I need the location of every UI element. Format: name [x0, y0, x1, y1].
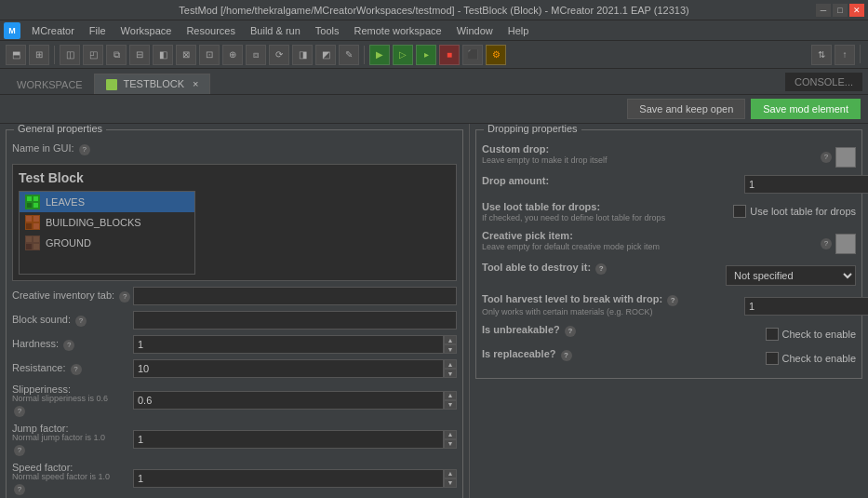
tool-harvest-help-icon[interactable]: ? [667, 295, 678, 306]
menu-window[interactable]: Window [449, 23, 501, 38]
general-properties-title: General properties [14, 124, 106, 134]
minimize-button[interactable]: ─ [816, 4, 831, 17]
creative-pick-row: Creative pick item: Leave empty for defa… [482, 230, 856, 254]
toolbar-btn-17[interactable]: ⚙ [486, 45, 506, 65]
leaves-icon [25, 195, 40, 209]
unbreakable-checkbox[interactable] [766, 328, 779, 341]
toolbar-up-btn[interactable]: ↑ [835, 45, 855, 65]
jump-factor-input[interactable] [133, 430, 444, 449]
menu-remote-workspace[interactable]: Remote workspace [346, 23, 448, 38]
svg-rect-2 [33, 196, 38, 201]
speed-factor-up-btn[interactable]: ▲ [444, 469, 457, 478]
toolbar-btn-15[interactable]: ✎ [339, 45, 359, 65]
toolbar-btn-9[interactable]: ⊡ [199, 45, 220, 65]
hardness-up-btn[interactable]: ▲ [444, 335, 457, 344]
creative-pick-help-icon[interactable]: ? [821, 238, 832, 249]
save-mod-button[interactable]: Save mod element [751, 99, 861, 119]
menu-workspace[interactable]: Workspace [114, 23, 180, 38]
replaceable-checkbox[interactable] [766, 352, 779, 365]
material-item-ground[interactable]: GROUND [20, 233, 194, 253]
material-list[interactable]: LEAVES BUILDING_BLOCKS [19, 191, 195, 275]
toolbar-btn-6[interactable]: ⊟ [129, 45, 150, 65]
menu-bar: M MCreator File Workspace Resources Buil… [0, 20, 868, 41]
toolbar-btn-7[interactable]: ◧ [153, 45, 173, 65]
material-item-building[interactable]: BUILDING_BLOCKS [20, 212, 194, 233]
slipperiness-input[interactable] [133, 391, 444, 410]
menu-build-run[interactable]: Build & run [243, 23, 308, 38]
toolbar-btn-4[interactable]: ◰ [83, 45, 103, 65]
tab-bar: WORKSPACE TESTBLOCK × CONSOLE... [0, 69, 868, 95]
toolbar-btn-12[interactable]: ⟳ [269, 45, 289, 65]
tab-close-icon[interactable]: × [193, 78, 198, 89]
resistance-help-icon[interactable]: ? [71, 364, 82, 375]
jump-factor-label: Jump factor: Normal jump factor is 1.0 ? [12, 423, 133, 456]
jump-factor-help-icon[interactable]: ? [14, 445, 25, 456]
drop-amount-input[interactable] [744, 175, 868, 194]
toolbar-btn-13[interactable]: ◨ [292, 45, 313, 65]
block-name-container: Test Block LEAVES [12, 164, 457, 281]
svg-rect-11 [26, 236, 32, 242]
toolbar-btn-10[interactable]: ⊕ [222, 45, 243, 65]
custom-drop-swatch[interactable] [835, 147, 856, 168]
creative-tab-input[interactable] [133, 287, 457, 305]
use-loot-table-label: Use loot table for drops: [482, 201, 733, 212]
tool-destroy-row: Tool able to destroy it: ? Not specified [482, 262, 856, 286]
toolbar-btn-5[interactable]: ⧉ [106, 45, 127, 65]
custom-drop-help-icon[interactable]: ? [821, 152, 832, 163]
tab-testblock[interactable]: TESTBLOCK × [94, 74, 211, 94]
toolbar-run-btn-3[interactable]: ▸ [416, 45, 436, 65]
menu-tools[interactable]: Tools [308, 23, 347, 38]
toolbar-btn-1[interactable]: ⬒ [6, 45, 26, 65]
toolbar-stop-btn[interactable]: ■ [439, 45, 460, 65]
jump-factor-down-btn[interactable]: ▼ [444, 439, 457, 449]
tab-workspace[interactable]: WORKSPACE [6, 75, 94, 94]
tool-destroy-help-icon[interactable]: ? [595, 263, 607, 275]
hardness-help-icon[interactable]: ? [63, 340, 74, 351]
menu-resources[interactable]: Resources [179, 23, 243, 38]
replaceable-help-icon[interactable]: ? [561, 350, 572, 361]
close-button[interactable]: ✕ [849, 4, 864, 17]
tool-harvest-input[interactable] [744, 297, 868, 316]
toolbar-run-btn[interactable]: ▶ [369, 45, 390, 65]
toolbar-btn-8[interactable]: ⊠ [176, 45, 196, 65]
resistance-up-btn[interactable]: ▲ [444, 359, 457, 369]
svg-rect-13 [26, 244, 32, 249]
hardness-down-btn[interactable]: ▼ [444, 344, 457, 354]
menu-file[interactable]: File [82, 23, 114, 38]
toolbar-btn-11[interactable]: ⧈ [246, 45, 266, 65]
unbreakable-help-icon[interactable]: ? [565, 326, 576, 337]
slipperiness-up-btn[interactable]: ▲ [444, 391, 457, 400]
toolbar-btn-3[interactable]: ◫ [60, 45, 80, 65]
resistance-input[interactable] [133, 359, 444, 378]
hardness-input[interactable] [133, 335, 444, 354]
custom-drop-row: Custom drop: Leave empty to make it drop… [482, 143, 856, 168]
creative-pick-swatch[interactable] [835, 234, 856, 254]
toolbar-btn-2[interactable]: ⊞ [29, 45, 49, 65]
speed-factor-help-icon[interactable]: ? [14, 484, 25, 495]
name-gui-help-icon[interactable]: ? [79, 144, 90, 155]
slipperiness-down-btn[interactable]: ▼ [444, 400, 457, 410]
console-button[interactable]: CONSOLE... [785, 73, 862, 91]
toolbar-btn-14[interactable]: ◩ [315, 45, 336, 65]
speed-factor-down-btn[interactable]: ▼ [444, 478, 457, 488]
toolbar-sort-btn[interactable]: ⇅ [811, 45, 832, 65]
use-loot-table-checkbox[interactable] [733, 205, 746, 218]
toolbar-btn-16[interactable]: ⬛ [462, 45, 483, 65]
block-sound-help-icon[interactable]: ? [75, 316, 87, 327]
svg-rect-6 [26, 216, 32, 222]
unbreakable-row: Is unbreakable? ? Check to enable [482, 324, 856, 341]
jump-factor-up-btn[interactable]: ▲ [444, 430, 457, 439]
creative-tab-help-icon[interactable]: ? [119, 291, 130, 303]
resistance-down-btn[interactable]: ▼ [444, 369, 457, 378]
toolbar-run-btn-2[interactable]: ▷ [393, 45, 413, 65]
tool-destroy-select[interactable]: Not specified [726, 265, 856, 286]
maximize-button[interactable]: □ [833, 4, 848, 17]
creative-pick-sub: Leave empty for default creative mode pi… [482, 242, 819, 251]
save-open-button[interactable]: Save and keep open [627, 99, 745, 119]
speed-factor-input[interactable] [133, 469, 444, 488]
slipperiness-help-icon[interactable]: ? [14, 406, 25, 417]
block-sound-input[interactable] [133, 311, 457, 330]
menu-help[interactable]: Help [501, 23, 537, 38]
menu-mcreator[interactable]: MCreator [24, 23, 82, 38]
material-item-leaves[interactable]: LEAVES [20, 192, 194, 212]
